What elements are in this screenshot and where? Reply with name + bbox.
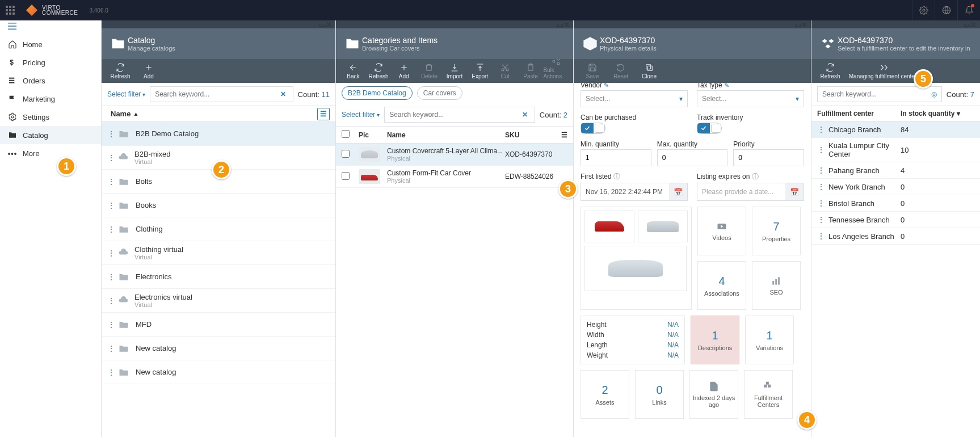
clear-icon[interactable]: ✕ xyxy=(520,111,530,119)
blade4-close-icon[interactable]: ✕ xyxy=(970,20,977,29)
fulfillment-center-header[interactable]: Fulfillment center xyxy=(817,110,901,117)
catalog-row[interactable]: ⋮Electronics xyxy=(102,265,335,289)
catalog-row[interactable]: ⋮B2B Demo Catalog xyxy=(102,122,335,146)
item-row[interactable]: Custom Form-Fit Car CoverPhysicalEDW-885… xyxy=(336,166,573,188)
listing-expires-input[interactable]: Please provide a date...📅 xyxy=(697,183,804,201)
fulfillment-row[interactable]: ⋮Pahang Branch4 xyxy=(811,162,980,179)
blade1-close-icon[interactable]: ✕ xyxy=(326,20,332,29)
fulfillment-row[interactable]: ⋮Los Angeles Branch0 xyxy=(811,228,980,245)
catalog-row[interactable]: ⋮New catalog xyxy=(102,360,335,384)
drag-handle-icon[interactable]: ⋮ xyxy=(107,272,112,281)
add-button[interactable]: Add xyxy=(391,62,417,81)
catalog-row[interactable]: ⋮Books xyxy=(102,194,335,217)
catalog-name-header[interactable]: Name▲ ☰ xyxy=(102,106,335,122)
import-button[interactable]: Import xyxy=(442,62,468,81)
associations-tile[interactable]: 4Associations xyxy=(697,261,746,310)
properties-tile[interactable]: 7Properties xyxy=(752,207,801,255)
info-icon[interactable]: ⓘ xyxy=(752,173,759,180)
sidenav-item-pricing[interactable]: $Pricing xyxy=(0,53,101,72)
name-header[interactable]: Name xyxy=(387,131,505,139)
dimensions-tile[interactable]: HeightN/A WidthN/A LengthN/A WeightN/A xyxy=(581,316,685,364)
breadcrumb-category[interactable]: Car covers xyxy=(417,86,462,100)
row-checkbox[interactable] xyxy=(342,150,350,158)
assets-tile[interactable]: 2Assets xyxy=(581,370,629,419)
drag-handle-icon[interactable]: ⋮ xyxy=(817,215,825,224)
drag-handle-icon[interactable]: ⋮ xyxy=(107,153,112,162)
links-tile[interactable]: 0Links xyxy=(635,370,684,419)
fulfillment-row[interactable]: ⋮Kuala Lumpur City Center10 xyxy=(811,138,980,162)
drag-handle-icon[interactable]: ⋮ xyxy=(107,201,112,210)
search-input[interactable] xyxy=(155,90,277,98)
drag-handle-icon[interactable]: ⋮ xyxy=(107,368,112,377)
clone-button[interactable]: Clone xyxy=(635,62,663,81)
edit-icon[interactable]: ✎ xyxy=(604,83,609,89)
drag-handle-icon[interactable]: ⋮ xyxy=(817,145,825,154)
apps-icon[interactable] xyxy=(0,0,20,20)
blade1-max-icon[interactable]: ▭ xyxy=(319,20,326,29)
sku-header[interactable]: SKU xyxy=(505,131,567,139)
images-panel[interactable] xyxy=(581,207,692,310)
sidenav-item-more[interactable]: •••More xyxy=(0,144,101,162)
breadcrumb-catalog[interactable]: B2B Demo Catalog xyxy=(342,86,413,100)
select-filter-link[interactable]: Select filter xyxy=(107,90,145,98)
vendor-select[interactable]: Select...▾ xyxy=(581,90,688,107)
bell-icon[interactable] xyxy=(957,0,980,20)
can-purchase-toggle[interactable] xyxy=(581,123,605,134)
sidenav-item-home[interactable]: Home xyxy=(0,35,101,53)
fulfillment-row[interactable]: ⋮Tennessee Branch0 xyxy=(811,212,980,228)
blade4-max-icon[interactable]: ▭ xyxy=(964,20,970,29)
sidenav-item-marketing[interactable]: Marketing xyxy=(0,90,101,108)
item-row[interactable]: Custom Covercraft 5-Layer All Clima...Ph… xyxy=(336,144,573,166)
target-icon[interactable]: ◎ xyxy=(931,90,937,98)
edit-icon[interactable]: ✎ xyxy=(724,83,729,89)
indexed-tile[interactable]: Indexed 2 days ago xyxy=(689,370,738,419)
catalog-row[interactable]: ⋮Clothing virtualVirtual xyxy=(102,241,335,265)
sidenav-item-catalog[interactable]: Catalog xyxy=(0,126,101,144)
fulfillment-row[interactable]: ⋮Chicago Branch84 xyxy=(811,121,980,138)
drag-handle-icon[interactable]: ⋮ xyxy=(107,225,112,234)
min-qty-input[interactable] xyxy=(581,149,651,166)
settings-icon[interactable] xyxy=(912,0,935,20)
catalog-row[interactable]: ⋮Clothing xyxy=(102,217,335,241)
fulfillment-row[interactable]: ⋮Bristol Branch0 xyxy=(811,195,980,212)
refresh-button[interactable]: Refresh xyxy=(106,62,134,81)
back-button[interactable]: Back xyxy=(340,62,366,81)
column-settings-icon[interactable]: ☰ xyxy=(317,108,330,120)
calendar-icon[interactable]: 📅 xyxy=(785,183,804,200)
sidenav-item-orders[interactable]: Orders xyxy=(0,72,101,90)
column-settings-icon[interactable]: ☰ xyxy=(561,131,567,139)
track-inventory-toggle[interactable] xyxy=(697,123,722,134)
drag-handle-icon[interactable]: ⋮ xyxy=(107,344,112,353)
catalog-search[interactable]: ✕ xyxy=(150,86,293,102)
priority-input[interactable] xyxy=(733,149,804,166)
blade2-close-icon[interactable]: ✕ xyxy=(563,20,570,29)
blade3-close-icon[interactable]: ✕ xyxy=(801,20,807,29)
videos-tile[interactable]: Videos xyxy=(697,207,746,255)
catalog-row[interactable]: ⋮MFD xyxy=(102,313,335,337)
select-filter-link[interactable]: Select filter xyxy=(342,111,380,119)
manage-fulfillment-button[interactable]: Managing fulfillment centers xyxy=(844,62,924,81)
search-input[interactable] xyxy=(822,90,931,98)
blade2-max-icon[interactable]: ▭ xyxy=(557,20,563,29)
add-button[interactable]: Add xyxy=(134,62,163,81)
seo-tile[interactable]: SEO xyxy=(752,261,801,310)
first-listed-input[interactable]: Nov 16, 2022 2:42:44 PM📅 xyxy=(581,183,688,201)
max-qty-input[interactable] xyxy=(657,149,728,166)
refresh-button[interactable]: Refresh xyxy=(366,62,392,81)
search-input[interactable] xyxy=(389,111,520,119)
drag-handle-icon[interactable]: ⋮ xyxy=(107,249,112,258)
drag-handle-icon[interactable]: ⋮ xyxy=(107,129,112,138)
drag-handle-icon[interactable]: ⋮ xyxy=(107,296,112,305)
in-stock-header[interactable]: In stock quantity▾ xyxy=(901,110,974,117)
fulfillment-tile[interactable]: Fulfillment Centers xyxy=(744,370,793,419)
drag-handle-icon[interactable]: ⋮ xyxy=(817,166,825,175)
pic-header[interactable]: Pic xyxy=(359,131,387,139)
info-icon[interactable]: ⓘ xyxy=(613,173,620,180)
catalog-row[interactable]: ⋮New catalog xyxy=(102,337,335,360)
brand-logo[interactable]: VIRTO COMMERCE xyxy=(20,5,83,16)
fulfillment-row[interactable]: ⋮New York Branch0 xyxy=(811,179,980,195)
select-all-checkbox[interactable] xyxy=(342,130,350,138)
catalog-row[interactable]: ⋮Electronics virtualVirtual xyxy=(102,289,335,313)
drag-handle-icon[interactable]: ⋮ xyxy=(817,232,825,241)
tax-select[interactable]: Select...▾ xyxy=(697,90,804,107)
